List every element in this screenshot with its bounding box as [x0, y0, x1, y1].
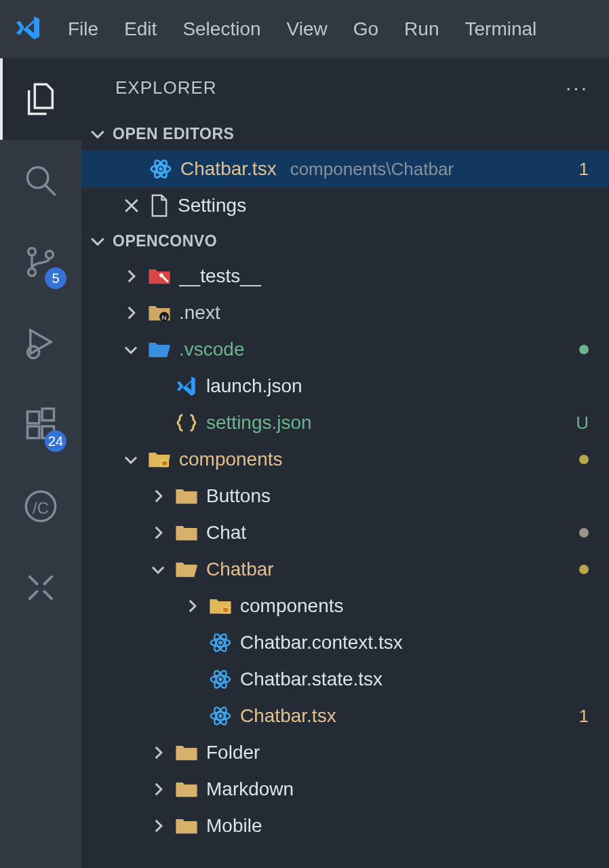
chevron-right-icon: [149, 487, 167, 505]
folder-icon: [148, 265, 171, 288]
activity-bar: 5 24 /C: [0, 58, 81, 868]
tree-item-chat[interactable]: Chat: [81, 514, 609, 551]
menu-go[interactable]: Go: [353, 18, 378, 40]
folder-icon: [175, 778, 198, 801]
chevron-down-icon: [149, 561, 167, 578]
more-actions-icon[interactable]: ···: [566, 76, 589, 99]
tree-item-settings-json[interactable]: settings.jsonU: [81, 404, 609, 441]
git-status-label: 1: [579, 706, 589, 727]
tree-item-label: Chatbar.state.tsx: [240, 668, 382, 690]
tree-item--vscode[interactable]: .vscode: [81, 331, 609, 368]
open-editor-chatbar[interactable]: Chatbar.tsx components\Chatbar 1: [81, 151, 609, 187]
svg-point-16: [159, 273, 163, 278]
vscode-logo-icon: [14, 14, 42, 45]
tree-item-folder[interactable]: Folder: [81, 734, 609, 771]
svg-rect-20: [162, 461, 167, 466]
chevron-down-icon: [122, 341, 140, 358]
tree-item--next[interactable]: N.next: [81, 295, 609, 331]
chevron-right-icon: [149, 524, 167, 542]
svg-line-1: [45, 185, 56, 195]
tree-item-label: settings.json: [206, 412, 312, 434]
chevron-right-icon: [122, 304, 140, 322]
open-editor-path: components\Chatbar: [290, 159, 454, 180]
chevron-right-icon: [122, 267, 140, 285]
section-workspace[interactable]: OPENCONVO: [81, 224, 609, 258]
tree-item-chatbar-tsx[interactable]: Chatbar.tsx1: [81, 698, 609, 734]
tree-item-components[interactable]: components: [81, 441, 609, 478]
git-status-dot: [579, 528, 589, 537]
activity-explorer[interactable]: [0, 58, 81, 140]
chevron-right-icon: [149, 780, 167, 798]
tree-item-label: __tests__: [179, 265, 261, 287]
folder-icon: [175, 485, 198, 508]
menu-edit[interactable]: Edit: [124, 18, 157, 40]
folder-icon: [175, 741, 198, 764]
react-icon: [209, 631, 232, 654]
codeium-icon: /C: [23, 489, 58, 524]
svg-rect-6: [28, 412, 39, 423]
folder-icon: [175, 558, 198, 581]
file-icon: [149, 194, 170, 217]
tree-item--tests-[interactable]: __tests__: [81, 258, 609, 295]
chevron-down-icon: [122, 451, 140, 468]
menu-file[interactable]: File: [68, 18, 98, 40]
tree-item-label: Chat: [206, 522, 246, 544]
activity-extensions[interactable]: 24: [0, 384, 81, 466]
tree-item-chatbar[interactable]: Chatbar: [81, 551, 609, 588]
sidebar-explorer: EXPLORER ··· OPEN EDITORS Chatbar.tsx co…: [81, 58, 609, 868]
menu-terminal[interactable]: Terminal: [465, 18, 536, 40]
tree-item-buttons[interactable]: Buttons: [81, 478, 609, 514]
extensions-badge: 24: [45, 430, 66, 452]
svg-rect-22: [223, 608, 228, 612]
git-status-label: U: [576, 413, 589, 434]
tree-item-components[interactable]: components: [81, 588, 609, 624]
folder-icon: [175, 814, 198, 837]
tree-item-launch-json[interactable]: launch.json: [81, 368, 609, 404]
tree-item-label: components: [179, 449, 283, 470]
tree-item-label: launch.json: [206, 375, 302, 397]
tree-item-chatbar-state-tsx[interactable]: Chatbar.state.tsx: [81, 661, 609, 698]
close-icon[interactable]: [122, 196, 141, 215]
json-icon: [175, 411, 198, 434]
menu-run[interactable]: Run: [404, 18, 439, 40]
tree-item-chatbar-context-tsx[interactable]: Chatbar.context.tsx: [81, 624, 609, 661]
activity-source-control[interactable]: 5: [0, 221, 81, 303]
tree-item-label: Chatbar.context.tsx: [240, 632, 403, 654]
menu-view[interactable]: View: [287, 18, 328, 40]
svg-text:/C: /C: [33, 499, 49, 517]
svg-point-27: [218, 677, 222, 681]
svg-rect-9: [42, 409, 54, 420]
open-editor-label: Chatbar.tsx: [180, 158, 277, 180]
play-bug-icon: [23, 326, 58, 361]
menu-selection[interactable]: Selection: [182, 18, 260, 40]
open-editor-label: Settings: [178, 195, 246, 216]
svg-point-23: [218, 641, 222, 645]
tree-item-mobile[interactable]: Mobile: [81, 808, 609, 844]
tree-item-label: Folder: [206, 742, 260, 763]
activity-run-debug[interactable]: [0, 303, 81, 384]
tree-item-label: Chatbar: [206, 559, 274, 580]
tree-item-markdown[interactable]: Markdown: [81, 771, 609, 808]
folder-icon: [148, 448, 171, 471]
sidebar-title: EXPLORER: [115, 77, 217, 98]
folder-icon: N: [148, 301, 171, 324]
tools-icon: [23, 570, 58, 605]
tree-item-label: Mobile: [206, 815, 262, 837]
activity-search[interactable]: [0, 140, 81, 221]
svg-point-2: [28, 248, 36, 255]
tree-item-label: .vscode: [179, 339, 245, 360]
svg-point-3: [28, 269, 36, 276]
open-editor-settings[interactable]: Settings: [81, 187, 609, 224]
scm-badge: 5: [45, 267, 66, 289]
svg-point-12: [159, 167, 163, 171]
chevron-right-icon: [149, 744, 167, 761]
menubar: File Edit Selection View Go Run Terminal: [0, 0, 609, 58]
chevron-down-icon: [88, 124, 107, 143]
vscode-icon: [175, 375, 198, 398]
activity-copilot[interactable]: [0, 547, 81, 628]
section-open-editors[interactable]: OPEN EDITORS: [81, 117, 609, 151]
svg-point-0: [28, 168, 48, 188]
chevron-right-icon: [183, 597, 201, 615]
activity-codeium[interactable]: /C: [0, 466, 81, 547]
git-status-dot: [579, 455, 589, 464]
